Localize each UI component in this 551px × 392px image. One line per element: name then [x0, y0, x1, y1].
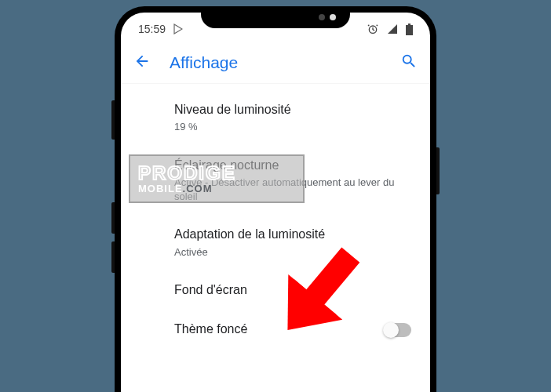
sensor-dot	[319, 14, 325, 20]
setting-title: Fond d'écran	[174, 281, 411, 299]
setting-title: Thème foncé	[174, 321, 385, 338]
phone-frame: 15:59 Affichage Niveau de luminosité	[115, 6, 436, 392]
search-button[interactable]	[400, 53, 418, 73]
setting-night-light[interactable]: Éclairage nocturne Activé - Désactiver a…	[121, 146, 430, 216]
setting-adaptive-brightness[interactable]: Adaptation de la luminosité Activée	[121, 215, 430, 270]
signal-icon	[387, 24, 398, 34]
setting-brightness-level[interactable]: Niveau de luminosité 19 %	[121, 90, 430, 146]
phone-screen: 15:59 Affichage Niveau de luminosité	[121, 13, 430, 392]
dark-theme-toggle[interactable]	[385, 323, 411, 337]
camera-dot	[330, 14, 336, 20]
battery-icon	[406, 24, 413, 35]
setting-subtitle: Activée	[174, 245, 411, 260]
svg-rect-1	[406, 25, 413, 35]
phone-side-button	[111, 241, 115, 273]
alarm-icon	[367, 23, 379, 35]
back-button[interactable]	[133, 53, 151, 73]
setting-subtitle: 19 %	[174, 120, 411, 134]
play-store-icon	[173, 24, 183, 34]
phone-side-button	[111, 100, 115, 140]
setting-wallpaper[interactable]: Fond d'écran	[121, 270, 430, 310]
app-bar: Affichage	[121, 42, 430, 84]
setting-title: Niveau de luminosité	[174, 101, 411, 118]
search-icon	[400, 53, 418, 70]
phone-notch	[201, 6, 350, 28]
setting-subtitle: Activé - Désactiver automatiquement au l…	[174, 176, 411, 204]
arrow-left-icon	[133, 53, 151, 70]
phone-side-button	[436, 147, 440, 194]
setting-title: Éclairage nocturne	[174, 157, 411, 174]
svg-rect-2	[408, 24, 411, 25]
settings-list: Niveau de luminosité 19 % Éclairage noct…	[121, 84, 430, 356]
setting-dark-theme[interactable]: Thème foncé	[121, 310, 430, 349]
phone-side-button	[111, 202, 115, 234]
status-time: 15:59	[138, 23, 166, 35]
setting-title: Adaptation de la luminosité	[174, 226, 411, 243]
page-title: Affichage	[170, 53, 381, 72]
